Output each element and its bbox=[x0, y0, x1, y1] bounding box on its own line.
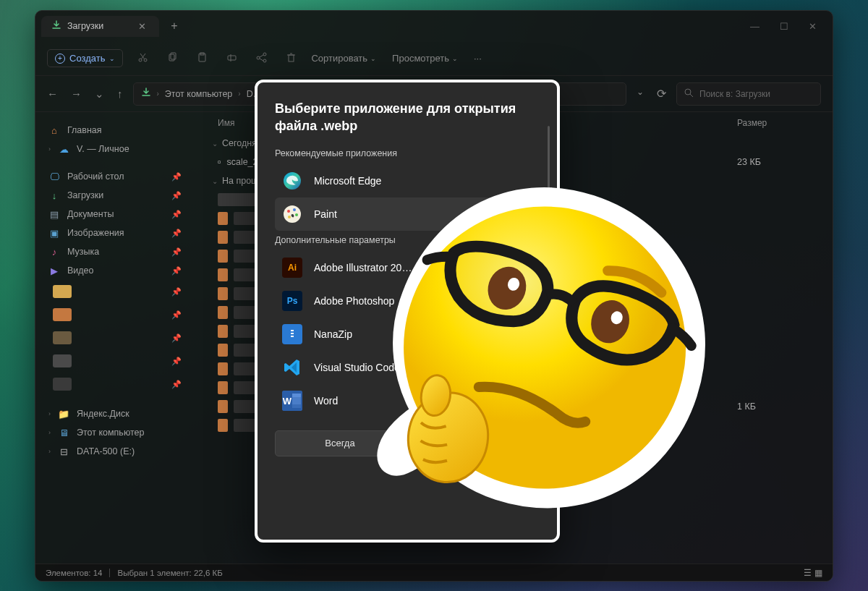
svg-point-11 bbox=[685, 89, 691, 95]
sidebar-item-folder[interactable]: 📌 bbox=[43, 280, 187, 303]
sidebar-item-data500[interactable]: › ⊟ DATA-500 (E:) bbox=[43, 442, 187, 461]
nanazip-icon bbox=[282, 324, 302, 344]
pin-icon: 📌 bbox=[171, 247, 182, 257]
pin-icon: 📌 bbox=[171, 191, 182, 200]
sidebar-item-home[interactable]: ⌂ Главная bbox=[43, 121, 187, 140]
download-icon bbox=[51, 20, 61, 33]
photoshop-icon: Ps bbox=[282, 291, 302, 311]
sidebar-item-music[interactable]: ♪ Музыка 📌 bbox=[43, 242, 187, 261]
crumb-root[interactable]: Этот компьютер bbox=[165, 89, 232, 99]
sidebar-item-yandex[interactable]: › 📁 Яндекс.Диск bbox=[43, 404, 187, 423]
app-option-vscode[interactable]: Visual Studio Code bbox=[275, 351, 542, 384]
video-icon: ▶ bbox=[48, 265, 60, 276]
cut-icon[interactable] bbox=[137, 52, 148, 65]
close-button[interactable]: ✕ bbox=[809, 21, 817, 32]
svg-rect-2 bbox=[169, 54, 174, 61]
download-icon bbox=[141, 88, 151, 100]
file-icon bbox=[218, 381, 228, 394]
svg-rect-24 bbox=[292, 394, 301, 397]
svg-rect-20 bbox=[291, 333, 294, 334]
svg-point-16 bbox=[295, 213, 298, 216]
copy-icon[interactable] bbox=[167, 52, 178, 65]
app-label: Visual Studio Code bbox=[314, 362, 400, 373]
app-label: Adobe Illustrator 20… bbox=[314, 262, 412, 273]
folder-icon bbox=[53, 354, 72, 367]
chevron-down-icon: ⌄ bbox=[109, 55, 115, 62]
col-size[interactable]: Размер bbox=[737, 118, 809, 128]
rename-icon[interactable] bbox=[226, 52, 237, 65]
sidebar-item-documents[interactable]: ▤ Документы 📌 bbox=[43, 205, 187, 224]
pin-icon: 📌 bbox=[171, 266, 182, 276]
more-menu[interactable]: ··· bbox=[474, 53, 482, 64]
scrollbar[interactable] bbox=[548, 126, 550, 271]
app-option-illustrator[interactable]: Ai Adobe Illustrator 20… bbox=[275, 251, 542, 284]
back-button[interactable]: ← bbox=[47, 88, 58, 101]
sidebar-item-folder[interactable]: 📌 bbox=[43, 349, 187, 373]
recent-button[interactable]: ⌄ bbox=[95, 88, 104, 101]
svg-point-7 bbox=[263, 53, 266, 56]
paint-icon bbox=[282, 204, 302, 224]
status-items: Элементов: 14 bbox=[46, 569, 102, 577]
search-placeholder: Поиск в: Загрузки bbox=[699, 89, 770, 99]
sidebar-item-folder[interactable]: 📌 bbox=[43, 326, 187, 349]
svg-rect-6 bbox=[228, 56, 236, 60]
app-option-photoshop[interactable]: Ps Adobe Photoshop bbox=[275, 284, 542, 318]
view-menu[interactable]: Просмотреть ⌄ bbox=[392, 53, 458, 64]
sidebar-item-downloads[interactable]: ↓ Загрузки 📌 bbox=[43, 186, 187, 205]
app-label: Microsoft Edge bbox=[314, 175, 381, 187]
svg-point-17 bbox=[288, 216, 291, 218]
open-with-dialog: Выберите приложение для открытия файла .… bbox=[255, 80, 560, 543]
tab-downloads[interactable]: Загрузки ✕ bbox=[41, 16, 159, 37]
file-size: 23 КБ bbox=[737, 157, 809, 167]
pin-icon: 📌 bbox=[171, 380, 182, 389]
folder-icon bbox=[53, 285, 72, 298]
details-view-icon[interactable]: ☰ bbox=[804, 568, 812, 578]
titlebar: Загрузки ✕ + — ☐ ✕ bbox=[35, 11, 833, 41]
forward-button[interactable]: → bbox=[71, 88, 82, 101]
word-icon: W bbox=[282, 391, 302, 411]
document-icon: ▤ bbox=[48, 208, 60, 220]
once-button[interactable]: Только один раз bbox=[414, 430, 544, 456]
tab-title: Загрузки bbox=[67, 21, 103, 31]
refresh-button[interactable]: ⟳ bbox=[657, 87, 666, 101]
app-option-word[interactable]: W Word bbox=[275, 384, 542, 417]
sidebar-item-folder[interactable]: 📌 bbox=[43, 373, 187, 396]
close-tab-icon[interactable]: ✕ bbox=[138, 21, 146, 32]
app-label: Adobe Photoshop bbox=[314, 295, 394, 307]
illustrator-icon: Ai bbox=[282, 258, 302, 278]
pin-icon: 📌 bbox=[171, 229, 182, 238]
always-button[interactable]: Всегда bbox=[275, 430, 405, 456]
sidebar-item-thispc[interactable]: › 🖥 Этот компьютер bbox=[43, 423, 187, 442]
sidebar-item-images[interactable]: ▣ Изображения 📌 bbox=[43, 224, 187, 242]
share-icon[interactable] bbox=[256, 52, 267, 65]
sidebar-item-desktop[interactable]: 🖵 Рабочий стол 📌 bbox=[43, 167, 187, 186]
status-selected: Выбран 1 элемент: 22,6 КБ bbox=[117, 569, 222, 577]
monitor-icon: 🖥 bbox=[58, 427, 69, 438]
sidebar-item-video[interactable]: ▶ Видео 📌 bbox=[43, 261, 187, 280]
svg-rect-21 bbox=[291, 336, 294, 337]
delete-icon[interactable] bbox=[286, 52, 297, 65]
chevron-right-icon: › bbox=[48, 429, 51, 436]
maximize-button[interactable]: ☐ bbox=[780, 21, 788, 32]
app-option-nanazip[interactable]: NanaZip bbox=[275, 318, 542, 351]
new-button[interactable]: + Создать ⌄ bbox=[47, 49, 123, 67]
image-icon: ▣ bbox=[48, 227, 60, 239]
sidebar-item-folder[interactable]: 📌 bbox=[43, 303, 187, 326]
new-tab-button[interactable]: + bbox=[171, 20, 177, 33]
tiles-view-icon[interactable]: ▦ bbox=[814, 568, 822, 578]
music-icon: ♪ bbox=[48, 246, 60, 258]
paste-icon[interactable] bbox=[197, 52, 208, 65]
folder-icon bbox=[53, 308, 72, 321]
chevron-right-icon: › bbox=[238, 90, 240, 98]
search-input[interactable]: Поиск в: Загрузки bbox=[676, 82, 821, 106]
up-button[interactable]: ↑ bbox=[117, 88, 123, 101]
app-label: NanaZip bbox=[314, 328, 352, 340]
sidebar-item-personal[interactable]: › ☁ V. — Личное bbox=[43, 140, 187, 158]
download-icon: ↓ bbox=[48, 190, 60, 201]
app-option-paint[interactable]: Paint bbox=[275, 197, 542, 231]
plus-icon: + bbox=[55, 54, 65, 64]
minimize-button[interactable]: — bbox=[750, 21, 760, 32]
app-option-edge[interactable]: Microsoft Edge bbox=[275, 164, 542, 197]
sort-menu[interactable]: Сортировать ⌄ bbox=[311, 53, 376, 64]
chevron-down-icon[interactable]: ⌄ bbox=[637, 87, 644, 101]
